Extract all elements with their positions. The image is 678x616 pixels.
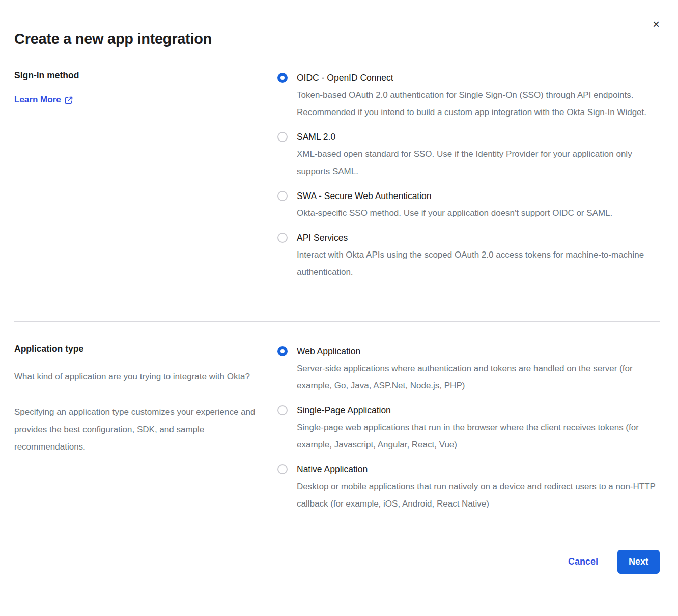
section-divider [14, 321, 660, 322]
radio-button-oidc[interactable] [277, 73, 288, 83]
external-link-icon [65, 95, 73, 104]
radio-description-oidc: Token-based OAuth 2.0 authentication for… [297, 87, 659, 121]
radio-option-saml[interactable]: SAML 2.0 XML-based open standard for SSO… [277, 129, 660, 180]
cancel-button[interactable]: Cancel [568, 556, 598, 567]
radio-option-web-application[interactable]: Web Application Server-side applications… [277, 343, 660, 395]
radio-description-swa: Okta-specific SSO method. Use if your ap… [297, 205, 659, 222]
radio-button-api-services[interactable] [277, 233, 288, 243]
application-type-explanation: Specifying an application type customize… [14, 404, 257, 456]
radio-button-web-application[interactable] [277, 346, 288, 356]
modal-footer: Cancel Next [14, 550, 660, 574]
next-button[interactable]: Next [617, 550, 660, 574]
radio-option-oidc[interactable]: OIDC - OpenID Connect Token-based OAuth … [277, 70, 660, 121]
radio-description-native-application: Desktop or mobile applications that run … [297, 478, 659, 513]
radio-label-saml: SAML 2.0 [297, 129, 660, 146]
radio-label-api-services: API Services [297, 230, 660, 246]
create-app-integration-modal: × Create a new app integration Sign-in m… [0, 0, 678, 616]
application-type-question: What kind of application are you trying … [14, 368, 257, 385]
radio-label-swa: SWA - Secure Web Authentication [297, 188, 660, 205]
signin-method-section: Sign-in method Learn More OIDC - OpenID … [14, 70, 660, 289]
learn-more-link[interactable]: Learn More [14, 95, 73, 105]
radio-option-swa[interactable]: SWA - Secure Web Authentication Okta-spe… [277, 188, 660, 222]
radio-option-native-application[interactable]: Native Application Desktop or mobile app… [277, 461, 660, 513]
learn-more-label: Learn More [14, 95, 61, 105]
radio-description-api-services: Interact with Okta APIs using the scoped… [297, 246, 659, 281]
radio-label-oidc: OIDC - OpenID Connect [297, 70, 660, 87]
radio-button-single-page-application[interactable] [277, 405, 288, 415]
radio-button-saml[interactable] [277, 132, 288, 142]
application-type-options: Web Application Server-side applications… [277, 343, 660, 520]
application-type-label: Application type [14, 343, 257, 355]
radio-description-saml: XML-based open standard for SSO. Use if … [297, 146, 659, 180]
radio-option-single-page-application[interactable]: Single-Page Application Single-page web … [277, 402, 660, 454]
radio-button-swa[interactable] [277, 191, 288, 201]
radio-option-api-services[interactable]: API Services Interact with Okta APIs usi… [277, 230, 660, 281]
radio-label-web-application: Web Application [297, 343, 660, 360]
radio-button-native-application[interactable] [277, 464, 288, 474]
radio-label-native-application: Native Application [297, 461, 660, 478]
application-type-section: Application type What kind of applicatio… [14, 343, 660, 520]
radio-description-single-page-application: Single-page web applications that run in… [297, 419, 659, 454]
signin-method-label: Sign-in method [14, 70, 257, 81]
close-icon[interactable]: × [653, 18, 660, 31]
radio-label-single-page-application: Single-Page Application [297, 402, 660, 419]
radio-description-web-application: Server-side applications where authentic… [297, 360, 659, 395]
page-title: Create a new app integration [14, 31, 660, 47]
signin-method-options: OIDC - OpenID Connect Token-based OAuth … [277, 70, 660, 289]
